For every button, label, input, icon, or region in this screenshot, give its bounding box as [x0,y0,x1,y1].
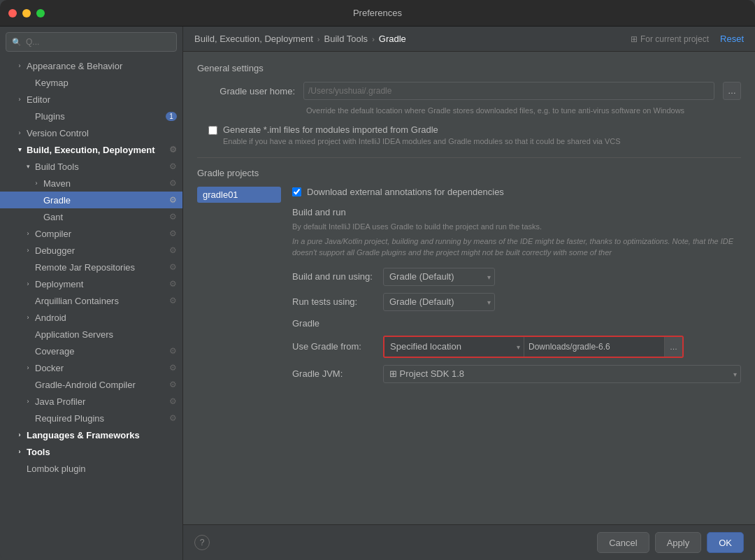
build-run-using-select[interactable]: Gradle (Default) [383,268,495,286]
download-annotations-label: Download external annotations for depend… [307,187,504,197]
sidebar-item-label: Keymap [35,78,69,88]
gear-icon-debugger: ⚙ [169,245,177,255]
search-box[interactable]: 🔍 [6,32,177,52]
gradle-jvm-row: Gradle JVM: ⊞ Project SDK 1.8 [292,365,741,383]
expand-arrow-deployment: › [22,278,34,289]
sidebar-item-appearance[interactable]: › Appearance & Behavior [0,57,182,74]
sidebar-item-lombok[interactable]: Lombok plugin [0,460,182,477]
sidebar-item-label: Arquillian Containers [35,296,119,306]
use-gradle-from-select-wrapper: Specified location [384,337,524,357]
search-icon: 🔍 [12,38,22,47]
help-button[interactable]: ? [194,535,210,550]
expand-arrow-keymap [22,77,34,88]
expand-arrow-appearance: › [14,60,25,71]
sidebar-item-label: Gradle-Android Compiler [35,380,136,390]
apply-button[interactable]: Apply [655,532,702,553]
gradle-jvm-label: Gradle JVM: [292,368,376,379]
run-tests-using-row: Run tests using: Gradle (Default) [292,293,741,311]
expand-arrow-arquillian [22,295,34,306]
sidebar-item-gant[interactable]: Gant ⚙ [0,208,182,225]
expand-arrow-docker: › [22,362,34,373]
sidebar-item-build-tools[interactable]: ▾ Build Tools ⚙ [0,158,182,175]
sidebar-item-compiler[interactable]: › Compiler ⚙ [0,225,182,242]
run-tests-using-select[interactable]: Gradle (Default) [383,293,495,311]
sidebar-item-docker[interactable]: › Docker ⚙ [0,359,182,376]
sidebar-item-label: Lombok plugin [27,464,86,474]
sidebar: 🔍 › Appearance & Behavior Keymap › Edito… [0,27,183,560]
breadcrumb-project: ⊞ For current project [631,34,709,44]
divider-1 [197,157,741,158]
sidebar-item-label: Required Plugins [35,413,104,424]
project-label: For current project [640,34,709,44]
gradle-user-home-input[interactable] [303,82,714,100]
plugins-badge: 1 [166,112,177,121]
sidebar-item-debugger[interactable]: › Debugger ⚙ [0,242,182,259]
use-gradle-from-label: Use Gradle from: [292,341,376,352]
sidebar-item-app-servers[interactable]: Application Servers [0,326,182,343]
gradle-path-browse-button[interactable]: … [664,337,682,357]
cancel-button[interactable]: Cancel [597,532,649,553]
build-run-using-select-wrapper: Gradle (Default) [383,268,495,286]
sidebar-item-editor[interactable]: › Editor [0,91,182,108]
sidebar-item-android[interactable]: › Android [0,309,182,326]
build-run-using-label: Build and run using: [292,271,376,282]
expand-arrow-gradle [31,194,42,206]
breadcrumb: Build, Execution, Deployment › Build Too… [194,34,406,44]
sidebar-item-plugins[interactable]: Plugins 1 [0,108,182,124]
expand-arrow-build-exec: ▾ [14,144,25,155]
sidebar-item-arquillian[interactable]: Arquillian Containers ⚙ [0,292,182,309]
sidebar-item-required-plugins[interactable]: Required Plugins ⚙ [0,410,182,426]
sidebar-item-tools[interactable]: › Tools [0,443,182,460]
gear-icon-docker: ⚙ [169,363,177,373]
gear-icon-gradle: ⚙ [169,195,177,205]
gradle-jvm-select[interactable]: ⊞ Project SDK 1.8 [383,365,741,383]
expand-arrow-required-plugins [22,412,34,424]
sidebar-item-build-exec[interactable]: ▾ Build, Execution, Deployment ⚙ [0,141,182,158]
run-tests-using-label: Run tests using: [292,296,376,307]
gradle-user-home-label: Gradle user home: [197,86,295,96]
use-gradle-from-select[interactable]: Specified location [384,337,524,357]
maximize-button[interactable] [36,9,45,17]
reset-button[interactable]: Reset [720,34,744,44]
sidebar-item-label: Debugger [35,245,75,256]
sidebar-item-coverage[interactable]: Coverage ⚙ [0,343,182,359]
sidebar-item-keymap[interactable]: Keymap [0,74,182,91]
gradle-user-home-browse-button[interactable]: … [723,82,741,100]
content-panel: Build, Execution, Deployment › Build Too… [183,27,755,560]
sidebar-item-java-profiler[interactable]: › Java Profiler ⚙ [0,393,182,410]
sidebar-item-languages[interactable]: › Languages & Frameworks [0,426,182,443]
expand-arrow-vc: › [14,127,25,138]
sidebar-item-label: Android [35,313,66,323]
preferences-window: Preferences 🔍 › Appearance & Behavior Ke… [0,0,755,560]
sidebar-item-version-control[interactable]: › Version Control [0,124,182,141]
sidebar-item-label: Deployment [35,279,83,289]
general-settings-title: General settings [197,63,741,73]
sidebar-item-gradle[interactable]: Gradle ⚙ [0,192,182,208]
titlebar: Preferences [0,0,755,27]
expand-arrow-tools: › [14,446,25,457]
sidebar-item-label: Editor [27,94,50,105]
minimize-button[interactable] [22,9,31,17]
sidebar-item-gradle-android[interactable]: Gradle-Android Compiler ⚙ [0,376,182,393]
breadcrumb-sep1: › [317,35,320,43]
gradle-path-input[interactable] [524,337,664,357]
sidebar-item-maven[interactable]: › Maven ⚙ [0,175,182,192]
sidebar-item-label: Remote Jar Repositories [35,262,135,273]
use-gradle-from-field-group: Specified location … [383,336,684,358]
sidebar-item-label: Build Tools [35,161,79,172]
ok-button[interactable]: OK [707,532,744,553]
expand-arrow-lombok [14,463,25,474]
gradle-projects-title: Gradle projects [197,168,741,178]
gradle-jvm-select-wrapper: ⊞ Project SDK 1.8 [383,365,741,383]
sidebar-item-remote-jar[interactable]: Remote Jar Repositories ⚙ [0,259,182,275]
generate-iml-hint: Enable if you have a mixed project with … [223,136,621,147]
search-input[interactable] [26,37,171,47]
download-annotations-checkbox[interactable] [292,187,301,196]
project-item-gradle01[interactable]: gradle01 [197,187,281,203]
build-run-using-row: Build and run using: Gradle (Default) [292,268,741,286]
sidebar-item-deployment[interactable]: › Deployment ⚙ [0,275,182,292]
expand-arrow-app-servers [22,329,34,340]
download-annotations-row: Download external annotations for depend… [292,187,741,197]
close-button[interactable] [8,9,17,17]
generate-iml-checkbox[interactable] [208,126,217,135]
